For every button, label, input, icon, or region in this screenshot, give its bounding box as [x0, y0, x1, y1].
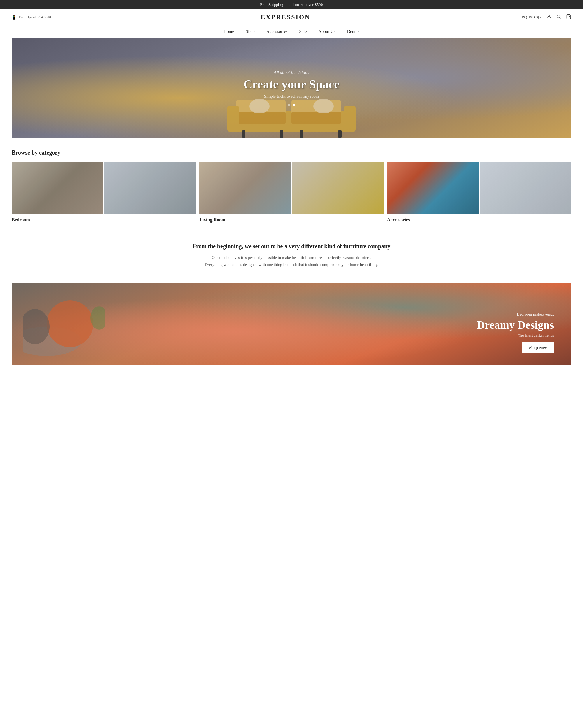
about-section: From the beginning, we set out to be a v… — [0, 228, 583, 283]
accessories-label: Accessories — [387, 217, 571, 223]
svg-point-18 — [47, 301, 93, 347]
bedroom-images — [12, 162, 196, 214]
feature-banner: Bedroom makeovers... Dreamy Designs The … — [12, 283, 571, 365]
hero-dots — [243, 104, 340, 106]
svg-point-0 — [548, 15, 550, 17]
bedroom-label: Bedroom — [12, 217, 196, 223]
nav-demos[interactable]: Demos — [347, 29, 359, 34]
hero-subtitle: All about the details — [243, 70, 340, 75]
svg-rect-11 — [242, 130, 245, 138]
nav-accessories[interactable]: Accessories — [267, 29, 287, 34]
category-living-room[interactable]: Living Room — [199, 162, 384, 223]
category-bedroom[interactable]: Bedroom — [12, 162, 196, 223]
svg-rect-12 — [280, 130, 283, 138]
nav-about-us[interactable]: About Us — [318, 29, 335, 34]
logo[interactable]: EXPRESSION — [260, 14, 310, 21]
header-actions: US (USD $) — [520, 14, 571, 21]
about-text-2: Everything we make is designed with one … — [23, 261, 560, 268]
livingroom-image-1 — [199, 162, 291, 214]
phone-icon — [12, 15, 17, 20]
feature-banner-content: Bedroom makeovers... Dreamy Designs The … — [477, 312, 554, 353]
feature-banner-subtitle: Bedroom makeovers... — [477, 312, 554, 317]
svg-line-2 — [560, 18, 561, 19]
svg-rect-7 — [236, 112, 286, 124]
hero-description: Simple tricks to refresh any room — [243, 94, 340, 99]
account-icon[interactable] — [546, 14, 552, 21]
category-accessories[interactable]: Accessories — [387, 162, 571, 223]
category-grid: Bedroom Living Room Accessories — [12, 162, 571, 223]
accessories-image-1 — [387, 162, 479, 214]
bedroom-image-2 — [104, 162, 196, 214]
currency-selector[interactable]: US (USD $) — [520, 15, 542, 20]
nav-shop[interactable]: Shop — [246, 29, 255, 34]
feature-banner-decoration — [23, 294, 105, 359]
svg-rect-9 — [227, 106, 239, 132]
svg-rect-10 — [344, 106, 356, 132]
category-section-title: Browse by category — [12, 149, 571, 156]
category-section: Browse by category Bedroom Living Room A — [0, 138, 583, 228]
top-banner-text: Free Shipping on all orders over $500 — [260, 2, 323, 7]
hero-content: All about the details Create your Space … — [243, 70, 340, 106]
feature-banner-description: The latest design trends — [477, 333, 554, 338]
accessories-images — [387, 162, 571, 214]
header-help: For help call 754-3010 — [12, 15, 51, 20]
hero-title: Create your Space — [243, 77, 340, 91]
search-icon[interactable] — [556, 14, 561, 21]
nav-sale[interactable]: Sale — [299, 29, 307, 34]
feature-banner-title: Dreamy Designs — [477, 318, 554, 331]
cart-icon[interactable] — [566, 14, 571, 21]
bedroom-image-1 — [12, 162, 104, 214]
livingroom-images — [199, 162, 384, 214]
svg-point-1 — [557, 15, 560, 18]
svg-rect-13 — [300, 130, 303, 138]
about-text-1: One that believes it is perfectly possib… — [23, 254, 560, 261]
help-text: For help call 754-3010 — [19, 15, 51, 20]
hero-dot-1[interactable] — [288, 104, 290, 106]
about-title: From the beginning, we set out to be a v… — [23, 243, 560, 250]
hero-dot-2[interactable] — [293, 104, 295, 106]
hero-slider: All about the details Create your Space … — [12, 38, 571, 138]
header: For help call 754-3010 EXPRESSION US (US… — [0, 9, 583, 25]
livingroom-image-2 — [292, 162, 384, 214]
accessories-image-2 — [480, 162, 572, 214]
feature-banner-button[interactable]: Shop Now — [522, 342, 554, 353]
nav-home[interactable]: Home — [224, 29, 234, 34]
svg-rect-14 — [338, 130, 342, 138]
main-nav: Home Shop Accessories Sale About Us Demo… — [0, 25, 583, 38]
livingroom-label: Living Room — [199, 217, 384, 223]
top-banner: Free Shipping on all orders over $500 — [0, 0, 583, 9]
svg-rect-8 — [292, 112, 341, 124]
